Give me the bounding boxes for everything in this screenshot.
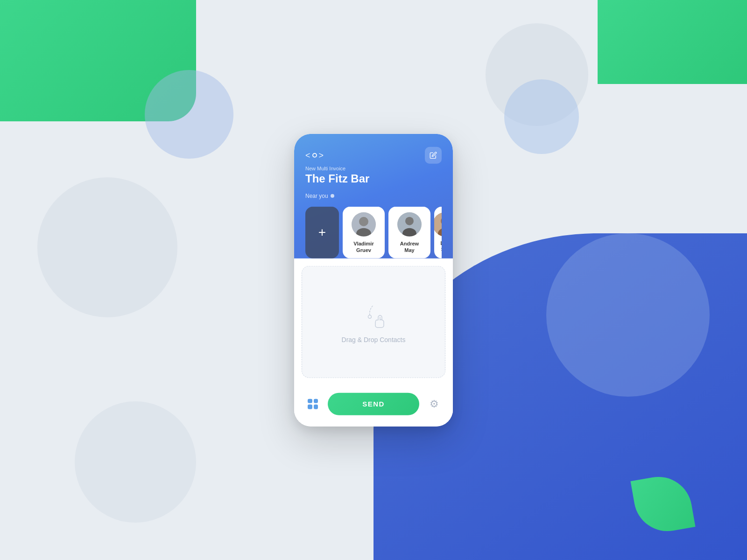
edit-icon (430, 152, 437, 159)
send-button[interactable]: SEND (328, 392, 419, 415)
decorative-circle-1 (37, 177, 177, 317)
avatar-image-andrew (397, 212, 422, 237)
contact-card-vladimir[interactable]: VladimirGruev (343, 207, 385, 259)
phone-container: < > New Multi Invoice The Fitz Bar Near … (294, 134, 453, 427)
grid-icon (308, 399, 318, 409)
settings-icon: ⚙ (430, 398, 439, 410)
decorative-circle-4 (504, 79, 579, 154)
contact-name-vladimir: VladimirGruev (353, 240, 374, 254)
contacts-strip: + VladimirGruev (305, 207, 442, 259)
bg-green-top-right (598, 0, 747, 84)
bottom-bar: SEND ⚙ (294, 385, 453, 426)
logo-circle (312, 153, 317, 158)
header-top-row: < > (305, 147, 442, 164)
bracket-right: > (319, 150, 324, 160)
phone-body: Drag & Drop Contacts SEND ⚙ (294, 266, 453, 426)
contact-name-leo: LeoSte (441, 240, 442, 252)
location-icon (331, 194, 334, 198)
edit-button[interactable] (425, 147, 442, 164)
contact-card-andrew[interactable]: AndrewMay (388, 207, 430, 259)
decorative-circle-2 (145, 70, 233, 159)
header-subtitle: New Multi Invoice (305, 166, 442, 171)
grid-cell-4 (314, 405, 318, 409)
decorative-circle-6 (75, 401, 196, 523)
avatar-andrew (397, 212, 422, 237)
grid-view-button[interactable] (303, 394, 322, 413)
add-contact-button[interactable]: + (305, 207, 339, 259)
near-you-text: Near you (305, 193, 328, 199)
logo-icon: < > (305, 150, 324, 160)
header-title: The Fitz Bar (305, 172, 442, 185)
add-plus-icon: + (318, 226, 326, 239)
drop-zone-text: Drag & Drop Contacts (342, 336, 406, 343)
svg-point-1 (359, 217, 368, 226)
decorative-circle-5 (546, 233, 710, 397)
send-label: SEND (362, 400, 385, 408)
contacts-list: VladimirGruev AndrewMay (343, 207, 442, 259)
avatar-vladimir (352, 212, 376, 237)
svg-point-9 (368, 315, 372, 318)
avatar-image-leo (434, 212, 442, 237)
avatar-image-vladimir (352, 212, 376, 237)
drag-drop-icon (359, 300, 388, 328)
avatar-leo (434, 212, 442, 237)
drop-zone[interactable]: Drag & Drop Contacts (302, 266, 445, 378)
near-you-row: Near you (305, 193, 442, 199)
phone-header: < > New Multi Invoice The Fitz Bar Near … (294, 134, 453, 259)
grid-cell-2 (314, 399, 318, 403)
grid-cell-3 (308, 405, 312, 409)
contact-name-andrew: AndrewMay (400, 240, 419, 254)
svg-point-4 (405, 217, 414, 225)
grid-cell-1 (308, 399, 312, 403)
contact-card-leo-partial[interactable]: LeoSte (434, 207, 442, 259)
settings-button[interactable]: ⚙ (425, 394, 444, 413)
bracket-left: < (305, 150, 310, 160)
